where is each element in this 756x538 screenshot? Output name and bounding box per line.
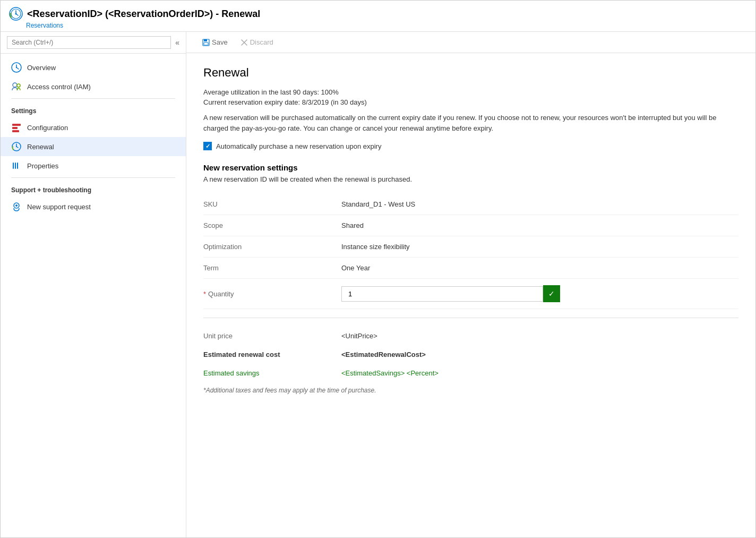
svg-rect-20	[17, 163, 18, 169]
page-header: <ReservationID> (<ReservationOrderID>) -…	[9, 7, 747, 21]
price-label-savings: Estimated savings	[203, 369, 341, 377]
discard-icon	[240, 39, 248, 46]
nav-divider-2	[11, 177, 175, 178]
settings-table: SKU Standard_D1 - West US Scope Shared	[203, 194, 738, 309]
content-body: Renewal Average utilization in the last …	[186, 53, 755, 537]
svg-rect-12	[12, 127, 18, 129]
table-row: Scope Shared	[203, 215, 738, 236]
collapse-button[interactable]: «	[175, 38, 179, 47]
field-label-sku: SKU	[203, 200, 341, 208]
search-input[interactable]	[7, 36, 171, 49]
auto-renew-checkbox-row[interactable]: ✓ Automatically purchase a new reservati…	[203, 142, 738, 150]
svg-point-4	[15, 13, 17, 15]
config-icon	[11, 122, 22, 133]
price-value-savings: <EstimatedSavings> <Percent>	[341, 369, 738, 377]
auto-renew-checkbox[interactable]: ✓	[203, 142, 212, 150]
table-row: *Quantity ✓	[203, 279, 738, 309]
new-reservation-section-subtitle: A new reservation ID will be created whe…	[203, 175, 738, 183]
price-row-renewal: Estimated renewal cost <EstimatedRenewal…	[203, 345, 738, 364]
sidebar-item-properties[interactable]: Properties	[1, 156, 186, 175]
field-value-sku: Standard_D1 - West US	[341, 200, 738, 208]
field-value-scope: Shared	[341, 221, 738, 229]
sidebar-item-renewal[interactable]: Renewal	[1, 137, 186, 156]
price-value-unit: <UnitPrice>	[341, 332, 738, 340]
price-label-renewal: Estimated renewal cost	[203, 351, 341, 358]
svg-point-10	[17, 84, 20, 87]
settings-section-header: Settings	[1, 101, 186, 118]
svg-point-17	[16, 146, 17, 147]
sidebar-item-label: Access control (IAM)	[27, 83, 91, 91]
field-label-scope: Scope	[203, 221, 341, 229]
expiry-text: Current reservation expiry date: 8/3/201…	[203, 98, 738, 106]
field-value-optimization: Instance size flexibility	[341, 243, 738, 251]
sidebar-item-label: Renewal	[27, 143, 54, 151]
field-label-optimization: Optimization	[203, 243, 341, 251]
support-icon	[11, 201, 22, 212]
new-reservation-section-title: New reservation settings	[203, 163, 738, 172]
content-area: Save Discard Renewal Average utilization…	[186, 32, 755, 537]
sidebar-item-iam[interactable]: Access control (IAM)	[1, 77, 186, 96]
sidebar-item-support[interactable]: New support request	[1, 197, 186, 216]
support-section-header: Support + troubleshooting	[1, 180, 186, 197]
save-icon	[202, 39, 210, 46]
iam-icon	[11, 81, 22, 92]
sidebar-item-label: Configuration	[27, 124, 68, 132]
properties-icon	[11, 160, 22, 171]
svg-point-8	[16, 67, 17, 68]
sidebar-item-configuration[interactable]: Configuration	[1, 118, 186, 137]
auto-renew-label: Automatically purchase a new reservation…	[216, 142, 381, 150]
svg-rect-25	[204, 42, 208, 45]
sidebar: « Overview	[1, 32, 186, 537]
renewal-icon	[11, 141, 22, 152]
svg-point-22	[15, 204, 18, 207]
sidebar-item-label: Properties	[27, 162, 58, 170]
price-row-unit: Unit price <UnitPrice>	[203, 327, 738, 345]
svg-rect-18	[13, 163, 14, 169]
table-row: Term One Year	[203, 258, 738, 279]
svg-rect-11	[12, 124, 21, 126]
svg-rect-19	[15, 163, 16, 169]
quantity-input[interactable]	[341, 286, 543, 302]
svg-rect-24	[204, 39, 207, 41]
pricing-divider	[203, 318, 738, 318]
svg-point-9	[13, 83, 17, 87]
sidebar-item-overview[interactable]: Overview	[1, 58, 186, 77]
svg-rect-13	[12, 130, 19, 132]
save-button[interactable]: Save	[197, 36, 233, 48]
sidebar-item-label: Overview	[27, 64, 56, 72]
table-row: SKU Standard_D1 - West US	[203, 194, 738, 215]
quantity-check-icon: ✓	[543, 285, 560, 302]
sidebar-item-label: New support request	[27, 203, 91, 211]
field-label-quantity: *Quantity	[203, 290, 341, 298]
field-value-quantity: ✓	[341, 285, 738, 302]
reservation-icon	[9, 7, 23, 21]
discard-button[interactable]: Discard	[235, 36, 279, 48]
overview-icon	[11, 62, 22, 73]
nav-divider	[11, 98, 175, 99]
breadcrumb: Reservations	[26, 22, 747, 29]
price-value-renewal: <EstimatedRenewalCost>	[341, 351, 738, 358]
description-text: A new reservation will be purchased auto…	[203, 113, 738, 133]
toolbar: Save Discard	[186, 32, 755, 53]
price-label-unit: Unit price	[203, 332, 341, 340]
footnote-text: *Additional taxes and fees may apply at …	[203, 387, 738, 394]
page-title: Renewal	[203, 66, 738, 80]
field-value-term: One Year	[341, 264, 738, 272]
table-row: Optimization Instance size flexibility	[203, 236, 738, 258]
utilization-text: Average utilization in the last 90 days:…	[203, 88, 738, 96]
price-row-savings: Estimated savings <EstimatedSavings> <Pe…	[203, 364, 738, 382]
field-label-term: Term	[203, 264, 341, 272]
